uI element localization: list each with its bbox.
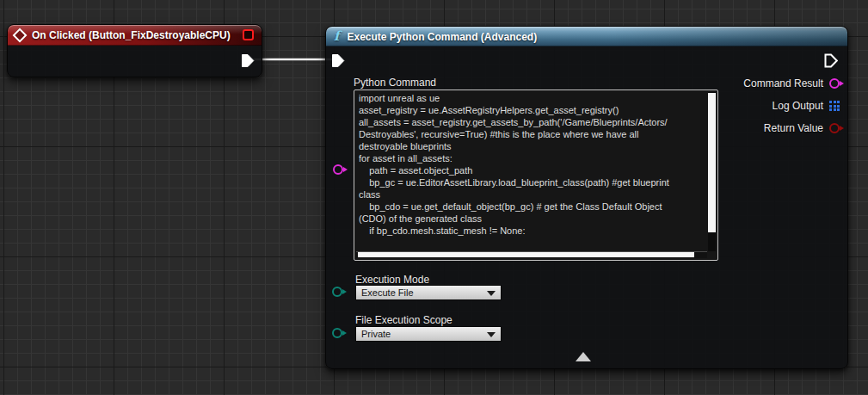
exec-output-pin[interactable] — [241, 53, 255, 68]
exec-output-pin[interactable] — [824, 53, 838, 68]
execution-mode-value: Execute File — [361, 287, 414, 298]
vertical-scrollbar[interactable] — [708, 92, 716, 251]
exec-input-pin[interactable] — [331, 53, 345, 68]
file-execution-scope-value: Private — [361, 329, 391, 339]
execution-mode-pin[interactable] — [332, 287, 342, 297]
horizontal-scrollbar-thumb[interactable] — [358, 252, 694, 257]
return-value-pin[interactable] — [829, 123, 840, 133]
chevron-down-icon — [487, 332, 496, 337]
python-command-pin[interactable] — [333, 164, 343, 175]
file-execution-scope-label: File Execution Scope — [355, 314, 452, 326]
code-line: all_assets = asset_registry.get_assets_b… — [359, 116, 705, 128]
vertical-scrollbar-thumb[interactable] — [708, 93, 716, 232]
file-execution-scope-dropdown[interactable]: Private — [355, 326, 502, 342]
log-output-label: Log Output — [773, 100, 823, 112]
code-line: destroyable blueprints — [359, 140, 705, 152]
blueprint-graph-canvas[interactable]: On Clicked (Button_FixDestroyableCPU) f … — [0, 0, 868, 395]
return-value-label: Return Value — [764, 122, 823, 134]
code-line: Destroyables', recursive=True) #this is … — [359, 128, 705, 140]
output-row-command-result: Command Result — [743, 76, 840, 91]
function-node-header[interactable]: f Execute Python Command (Advanced) — [326, 27, 847, 46]
execution-mode-label: Execution Mode — [355, 274, 429, 286]
code-line: class — [359, 188, 705, 201]
event-node-title: On Clicked (Button_FixDestroyableCPU) — [32, 29, 231, 41]
python-code[interactable]: import unreal as ue asset_registry = ue.… — [359, 92, 705, 250]
python-command-label: Python Command — [354, 77, 436, 89]
execution-mode-dropdown[interactable]: Execute File — [355, 285, 502, 300]
code-line: bp_cdo = ue.get_default_object(bp_gc) # … — [359, 201, 705, 213]
code-line: for asset in all_assets: — [359, 152, 705, 164]
output-row-log-output: Log Output — [773, 98, 840, 114]
event-icon — [13, 28, 28, 43]
code-line: path = asset.object_path — [359, 164, 705, 176]
function-node-title: Execute Python Command (Advanced) — [347, 31, 537, 43]
function-icon: f — [334, 30, 339, 43]
command-result-pin[interactable] — [829, 78, 840, 89]
collapse-node-arrow[interactable] — [576, 352, 591, 361]
command-result-label: Command Result — [743, 77, 823, 89]
file-execution-scope-pin[interactable] — [332, 328, 342, 338]
chevron-down-icon — [487, 291, 496, 296]
python-command-textbox[interactable]: import unreal as ue asset_registry = ue.… — [354, 89, 718, 261]
event-node-header[interactable]: On Clicked (Button_FixDestroyableCPU) — [8, 25, 262, 46]
function-node-execute-python[interactable]: f Execute Python Command (Advanced) Comm… — [325, 26, 848, 369]
code-line: if bp_cdo.mesh.static_mesh != None: — [359, 225, 705, 237]
delegate-pin[interactable] — [243, 29, 254, 40]
horizontal-scrollbar[interactable] — [356, 251, 707, 258]
code-line: asset_registry = ue.AssetRegistryHelpers… — [359, 104, 705, 116]
event-node-on-clicked[interactable]: On Clicked (Button_FixDestroyableCPU) — [7, 24, 262, 77]
code-line: import unreal as ue — [359, 92, 705, 104]
code-line: bp_gc = ue.EditorAssetLibrary.load_bluep… — [359, 176, 705, 188]
log-output-array-pin[interactable] — [829, 101, 840, 111]
output-row-return-value: Return Value — [764, 120, 840, 136]
code-line: (CDO) of the generated class — [359, 213, 705, 225]
